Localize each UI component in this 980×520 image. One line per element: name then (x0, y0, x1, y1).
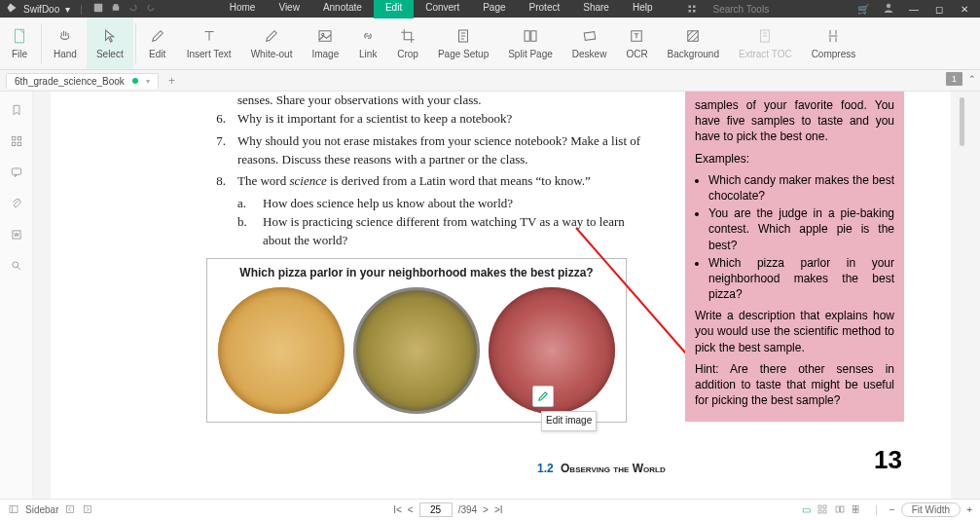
modified-dot-icon (132, 78, 138, 84)
next-page-icon[interactable]: > (483, 504, 489, 515)
redo-icon[interactable] (145, 2, 157, 16)
side-p3: Hint: Are there other senses in addition… (695, 361, 894, 409)
pizza-image-2 (353, 287, 480, 414)
background-tool[interactable]: Background (658, 18, 729, 69)
activity-sidebar: samples of your favorite food. You have … (685, 92, 904, 422)
tab-menu-icon[interactable]: ▾ (146, 77, 150, 86)
comments-icon[interactable] (10, 166, 23, 183)
status-bar: Sidebar I< < /394 > >I ▭ | − Fit Width + (0, 499, 980, 520)
maximize-icon[interactable]: ◻ (929, 4, 949, 15)
page-setup-tool[interactable]: Page Setup (428, 18, 498, 69)
split-page-tool[interactable]: Split Page (498, 18, 563, 69)
white-out-tool[interactable]: White-out (241, 18, 303, 69)
add-tab-button[interactable]: + (168, 74, 175, 88)
search-icon[interactable] (10, 259, 23, 277)
tab-document[interactable]: 6th_grade_science_Book ▾ (6, 73, 159, 89)
main-menu: Home View Annotate Edit Convert Page Pro… (218, 0, 792, 19)
menu-protect[interactable]: Protect (518, 0, 572, 19)
word-icon[interactable] (10, 228, 23, 245)
page-indicator: 1 (946, 72, 962, 86)
document-page: senses. Share your observations with you… (51, 92, 951, 499)
svg-rect-1 (113, 7, 119, 11)
section-title: 1.2 Observing the World (537, 462, 666, 475)
svg-rect-20 (12, 142, 16, 146)
thumbnails-icon[interactable] (10, 134, 23, 152)
extract-toc-tool[interactable]: Extract TOC (729, 18, 802, 69)
search-tools[interactable]: Search Tools (674, 0, 793, 19)
menu-annotate[interactable]: Annotate (311, 0, 374, 19)
cart-icon[interactable]: 🛒 (853, 4, 873, 15)
view-book-icon[interactable] (852, 503, 863, 517)
menu-share[interactable]: Share (571, 0, 621, 19)
app-name: SwifDoo (23, 4, 59, 15)
undo-icon[interactable] (127, 2, 139, 16)
ocr-tool[interactable]: OCR (616, 18, 657, 69)
svg-rect-14 (584, 32, 595, 41)
compress-tool[interactable]: Compress (802, 18, 866, 69)
dropdown-icon[interactable]: ▾ (65, 4, 70, 15)
svg-rect-3 (688, 6, 691, 9)
main-area: senses. Share your observations with you… (0, 92, 980, 499)
side-p2: Write a description that explains how yo… (695, 308, 894, 355)
menu-page[interactable]: Page (471, 0, 517, 19)
view-single-icon[interactable]: ▭ (802, 504, 811, 515)
svg-rect-37 (856, 505, 859, 508)
attachments-icon[interactable] (10, 197, 23, 214)
image-tool[interactable]: Image (302, 18, 348, 69)
svg-rect-6 (693, 10, 696, 13)
svg-rect-13 (531, 31, 536, 42)
deskew-tool[interactable]: Deskew (563, 18, 617, 69)
menu-home[interactable]: Home (218, 0, 268, 19)
file-button[interactable]: File (0, 18, 39, 69)
svg-rect-30 (818, 505, 821, 508)
prev-page-icon[interactable]: < (408, 504, 414, 515)
svg-point-24 (12, 262, 18, 268)
insert-text-tool[interactable]: Insert Text (177, 18, 241, 69)
close-icon[interactable]: ✕ (955, 4, 974, 15)
crop-tool[interactable]: Crop (387, 18, 428, 69)
svg-rect-38 (853, 509, 856, 512)
page-input[interactable] (419, 502, 453, 517)
view-continuous-icon[interactable] (817, 503, 828, 517)
pizza-image-1 (218, 287, 345, 414)
sidebar-toggle[interactable] (8, 503, 19, 517)
side-li2: You are the judge in a pie-baking contes… (708, 205, 894, 253)
view-facing-icon[interactable] (834, 503, 846, 517)
svg-rect-5 (688, 10, 691, 13)
last-page-icon[interactable]: >I (494, 504, 503, 515)
menu-convert[interactable]: Convert (414, 0, 471, 19)
q8-text: The word science is derived from a Latin… (237, 172, 591, 191)
menu-edit[interactable]: Edit (374, 0, 414, 19)
svg-rect-32 (818, 510, 821, 513)
page-viewport: senses. Share your observations with you… (33, 92, 980, 499)
print-icon[interactable] (110, 2, 122, 16)
menu-help[interactable]: Help (621, 0, 665, 19)
svg-rect-29 (85, 505, 91, 512)
svg-rect-18 (12, 136, 16, 140)
next-panel-icon[interactable] (82, 503, 93, 517)
minimize-icon[interactable]: — (904, 4, 924, 15)
menu-view[interactable]: View (267, 0, 311, 19)
side-examples-label: Examples: (695, 151, 894, 167)
zoom-level[interactable]: Fit Width (901, 502, 961, 517)
search-placeholder: Search Tools (702, 2, 781, 17)
tab-name: 6th_grade_science_Book (15, 76, 125, 87)
bookmark-icon[interactable] (10, 103, 23, 121)
edit-tool[interactable]: Edit (138, 18, 177, 69)
hand-tool[interactable]: Hand (44, 18, 87, 69)
collapse-icon[interactable]: ⌃ (968, 74, 976, 84)
prev-panel-icon[interactable] (64, 503, 76, 517)
q7-text: Why should you not erase mistakes from y… (237, 132, 656, 169)
link-tool[interactable]: Link (348, 18, 387, 69)
edit-image-button[interactable] (532, 386, 554, 407)
zoom-in-icon[interactable]: + (966, 504, 972, 515)
account-icon[interactable] (879, 2, 898, 16)
select-tool[interactable]: Select (87, 18, 133, 69)
svg-point-7 (887, 4, 890, 8)
zoom-out-icon[interactable]: − (889, 504, 895, 515)
q8a-text: How does science help us know about the … (263, 195, 513, 213)
image-figure[interactable]: Which pizza parlor in your neighborhood … (206, 258, 627, 423)
first-page-icon[interactable]: I< (393, 504, 402, 515)
vertical-scrollbar[interactable] (960, 97, 964, 146)
save-icon[interactable] (92, 2, 104, 16)
